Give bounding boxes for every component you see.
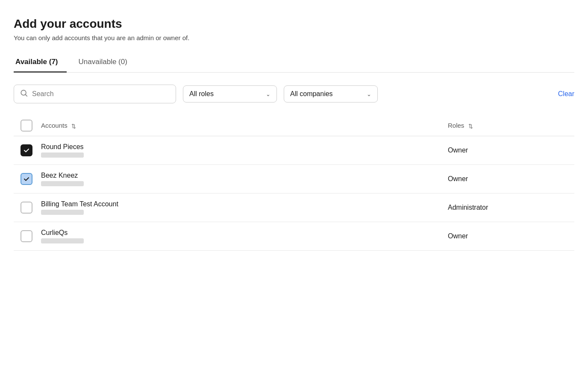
account-name-billing-team: Billing Team Test Account bbox=[41, 200, 448, 208]
account-name-beez-kneez: Beez Kneez bbox=[41, 172, 448, 179]
search-input[interactable] bbox=[32, 90, 170, 98]
table-header: Accounts ⇅ Roles ⇅ bbox=[14, 115, 574, 136]
account-sub-curlieqs bbox=[41, 238, 84, 243]
role-cell-billing-team: Administrator bbox=[448, 204, 567, 211]
page-title: Add your accounts bbox=[14, 17, 574, 31]
roles-chevron-icon: ⌄ bbox=[266, 91, 270, 97]
account-sub-billing-team bbox=[41, 210, 84, 215]
select-all-checkbox[interactable] bbox=[21, 120, 32, 132]
account-info-curlieqs: CurlieQs bbox=[41, 229, 448, 243]
page-subtitle: You can only add accounts that you are a… bbox=[14, 34, 574, 41]
svg-line-1 bbox=[25, 94, 27, 96]
tab-unavailable[interactable]: Unavailable (0) bbox=[77, 53, 136, 73]
table-row: Beez Kneez Owner bbox=[14, 165, 574, 193]
row-checkbox-billing-team[interactable] bbox=[21, 202, 32, 214]
roles-sort-icon[interactable]: ⇅ bbox=[468, 123, 473, 129]
table-row: CurlieQs Owner bbox=[14, 222, 574, 251]
role-cell-beez-kneez: Owner bbox=[448, 175, 567, 183]
table-row: Round Pieces Owner bbox=[14, 136, 574, 165]
tabs-bar: Available (7) Unavailable (0) bbox=[14, 53, 574, 73]
col-header-roles: Roles ⇅ bbox=[448, 122, 567, 129]
account-sub-beez-kneez bbox=[41, 181, 84, 186]
companies-chevron-icon: ⌄ bbox=[367, 91, 371, 97]
row-checkbox-round-pieces[interactable] bbox=[21, 144, 32, 156]
clear-button[interactable]: Clear bbox=[558, 90, 574, 98]
row-checkbox-curlieqs[interactable] bbox=[21, 230, 32, 242]
roles-dropdown[interactable]: All roles ⌄ bbox=[183, 85, 277, 103]
account-name-curlieqs: CurlieQs bbox=[41, 229, 448, 237]
table-row: Billing Team Test Account Administrator bbox=[14, 193, 574, 222]
account-info-round-pieces: Round Pieces bbox=[41, 143, 448, 158]
role-cell-curlieqs: Owner bbox=[448, 232, 567, 240]
accounts-table: Accounts ⇅ Roles ⇅ Round Pieces Owner Be… bbox=[14, 115, 574, 251]
account-info-beez-kneez: Beez Kneez bbox=[41, 172, 448, 186]
companies-label: All companies bbox=[290, 90, 333, 98]
roles-label: All roles bbox=[189, 90, 214, 98]
row-checkbox-beez-kneez[interactable] bbox=[21, 173, 32, 185]
filters-bar: All roles ⌄ All companies ⌄ Clear bbox=[14, 85, 574, 103]
companies-dropdown[interactable]: All companies ⌄ bbox=[284, 85, 378, 103]
search-wrap bbox=[14, 85, 176, 103]
accounts-sort-icon[interactable]: ⇅ bbox=[71, 123, 76, 129]
tab-available[interactable]: Available (7) bbox=[14, 53, 67, 73]
account-info-billing-team: Billing Team Test Account bbox=[41, 200, 448, 215]
table-body: Round Pieces Owner Beez Kneez Owner Bill… bbox=[14, 136, 574, 251]
role-cell-round-pieces: Owner bbox=[448, 147, 567, 154]
account-name-round-pieces: Round Pieces bbox=[41, 143, 448, 151]
search-icon bbox=[20, 89, 28, 99]
account-sub-round-pieces bbox=[41, 152, 84, 158]
col-header-accounts: Accounts ⇅ bbox=[41, 122, 448, 129]
